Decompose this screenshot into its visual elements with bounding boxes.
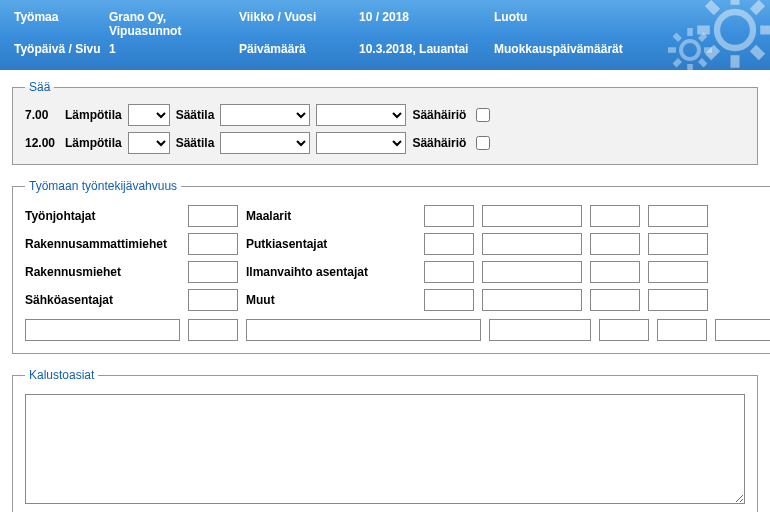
input-extra-r3c[interactable] bbox=[648, 261, 708, 283]
input-tyonjohtajat[interactable] bbox=[188, 205, 238, 227]
svg-line-16 bbox=[700, 35, 706, 41]
input-rakennusmiehet[interactable] bbox=[188, 261, 238, 283]
input-extra-r1b[interactable] bbox=[590, 205, 640, 227]
saa-time-1: 7.00 bbox=[25, 108, 59, 122]
label-ilmanvaihto: Ilmanvaihto asentajat bbox=[246, 265, 416, 279]
saa-temp-label-1: Lämpötila bbox=[65, 108, 122, 122]
input-extra-r4c[interactable] bbox=[648, 289, 708, 311]
input-extra-r4b[interactable] bbox=[590, 289, 640, 311]
saa-weather-select-2a[interactable] bbox=[220, 132, 310, 154]
label-tyonjohtajat: Työnjohtajat bbox=[25, 209, 180, 223]
input-footer-2[interactable] bbox=[188, 319, 238, 341]
header-bar: Työmaa Grano Oy, Vipuasunnot Viikko / Vu… bbox=[0, 0, 770, 70]
label-luotu: Luotu bbox=[494, 10, 527, 38]
label-muut: Muut bbox=[246, 293, 416, 307]
label-tyomaa: Työmaa bbox=[14, 10, 109, 38]
saa-temp-label-2: Lämpötila bbox=[65, 136, 122, 150]
label-muokkaus: Muokkauspäivämäärät bbox=[494, 42, 623, 56]
saa-row-700: 7.00 Lämpötila Säätila Säähäiriö bbox=[25, 104, 745, 126]
saa-legend: Sää bbox=[25, 80, 54, 94]
value-tyomaa: Grano Oy, Vipuasunnot bbox=[109, 10, 239, 38]
input-footer-1[interactable] bbox=[25, 319, 180, 341]
header-row-1: Työmaa Grano Oy, Vipuasunnot Viikko / Vu… bbox=[14, 10, 756, 38]
input-maalarit[interactable] bbox=[424, 205, 474, 227]
input-footer-3[interactable] bbox=[246, 319, 481, 341]
input-sahkoasentajat[interactable] bbox=[188, 289, 238, 311]
value-tyopaiva: 1 bbox=[109, 42, 239, 56]
input-footer-7[interactable] bbox=[715, 319, 770, 341]
kalusto-legend: Kalustoasiat bbox=[25, 368, 98, 382]
label-tyopaiva: Työpäivä / Sivu bbox=[14, 42, 109, 56]
label-viikko: Viikko / Vuosi bbox=[239, 10, 359, 38]
saa-temp-select-1[interactable] bbox=[128, 104, 170, 126]
label-maalarit: Maalarit bbox=[246, 209, 416, 223]
input-putkiasentajat[interactable] bbox=[424, 233, 474, 255]
saa-weather-select-1b[interactable] bbox=[316, 104, 406, 126]
input-extra-r1a[interactable] bbox=[482, 205, 582, 227]
input-extra-r3b[interactable] bbox=[590, 261, 640, 283]
svg-point-0 bbox=[717, 12, 753, 48]
input-extra-r2b[interactable] bbox=[590, 233, 640, 255]
input-ilmanvaihto[interactable] bbox=[424, 261, 474, 283]
header-row-2: Työpäivä / Sivu 1 Päivämäärä 10.3.2018, … bbox=[14, 42, 756, 56]
saa-row-1200: 12.00 Lämpötila Säätila Säähäiriö bbox=[25, 132, 745, 154]
svg-line-5 bbox=[708, 3, 717, 12]
label-sahkoasentajat: Sähköasentajat bbox=[25, 293, 180, 307]
saa-disturb-check-1[interactable] bbox=[476, 108, 490, 122]
svg-line-6 bbox=[753, 48, 762, 57]
label-putkiasentajat: Putkiasentajat bbox=[246, 237, 416, 251]
gear-small-icon bbox=[665, 25, 715, 70]
label-rakennusammattimiehet: Rakennusammattimiehet bbox=[25, 237, 180, 251]
svg-line-7 bbox=[753, 3, 762, 12]
svg-line-17 bbox=[675, 60, 681, 66]
saa-temp-select-2[interactable] bbox=[128, 132, 170, 154]
input-footer-4[interactable] bbox=[489, 319, 591, 341]
input-footer-5[interactable] bbox=[599, 319, 649, 341]
input-extra-r2a[interactable] bbox=[482, 233, 582, 255]
svg-point-9 bbox=[681, 41, 699, 59]
label-rakennusmiehet: Rakennusmiehet bbox=[25, 265, 180, 279]
saa-disturb-check-2[interactable] bbox=[476, 136, 490, 150]
saa-weather-label-1: Säätila bbox=[176, 108, 215, 122]
input-muut[interactable] bbox=[424, 289, 474, 311]
value-paivamaara: 10.3.2018, Lauantai bbox=[359, 42, 494, 56]
saa-disturb-label-2: Säähäiriö bbox=[412, 136, 466, 150]
input-footer-6[interactable] bbox=[657, 319, 707, 341]
tyontekija-fieldset: Työmaan työntekijävahvuus Työnjohtajat M… bbox=[12, 179, 770, 354]
input-extra-r4a[interactable] bbox=[482, 289, 582, 311]
saa-fieldset: Sää 7.00 Lämpötila Säätila Säähäiriö 12.… bbox=[12, 80, 758, 165]
svg-line-15 bbox=[700, 60, 706, 66]
input-extra-r3a[interactable] bbox=[482, 261, 582, 283]
kalusto-fieldset: Kalustoasiat bbox=[12, 368, 758, 512]
input-rakennusammattimiehet[interactable] bbox=[188, 233, 238, 255]
value-viikko: 10 / 2018 bbox=[359, 10, 494, 38]
label-paivamaara: Päivämäärä bbox=[239, 42, 359, 56]
saa-time-2: 12.00 bbox=[25, 136, 59, 150]
saa-disturb-label-1: Säähäiriö bbox=[412, 108, 466, 122]
input-extra-r1c[interactable] bbox=[648, 205, 708, 227]
tyontekija-legend: Työmaan työntekijävahvuus bbox=[25, 179, 181, 193]
saa-weather-select-1a[interactable] bbox=[220, 104, 310, 126]
saa-weather-label-2: Säätila bbox=[176, 136, 215, 150]
kalusto-textarea[interactable] bbox=[25, 394, 745, 504]
saa-weather-select-2b[interactable] bbox=[316, 132, 406, 154]
svg-line-14 bbox=[675, 35, 681, 41]
input-extra-r2c[interactable] bbox=[648, 233, 708, 255]
